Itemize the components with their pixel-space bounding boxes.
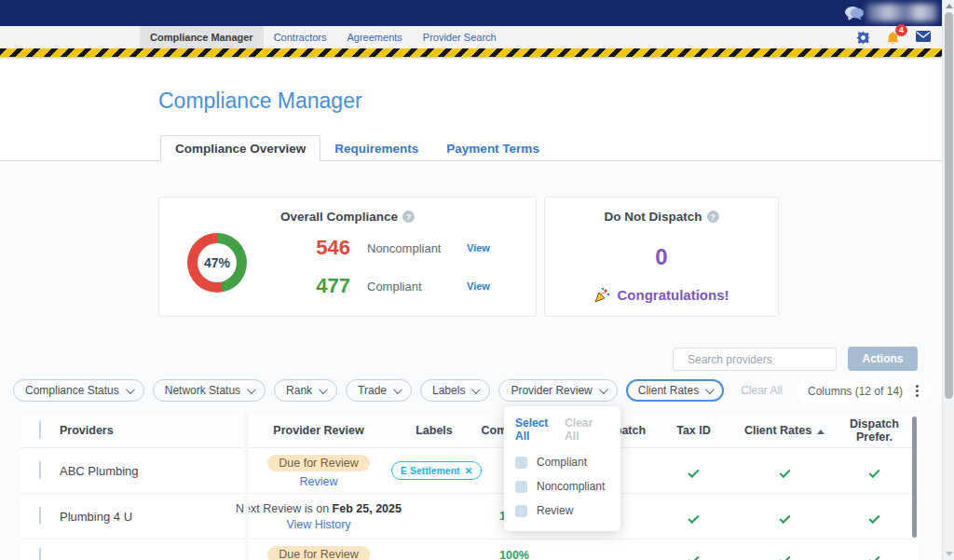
help-icon[interactable]: ? bbox=[402, 211, 415, 223]
page-scrollbar[interactable] bbox=[942, 0, 954, 560]
row-checkbox[interactable] bbox=[39, 461, 41, 479]
clear-all-filters-link[interactable]: Clear All bbox=[741, 384, 783, 397]
actions-button[interactable]: Actions bbox=[848, 347, 918, 371]
due-for-review-badge: Due for Review bbox=[267, 455, 369, 471]
compliance-cell: 100% bbox=[477, 540, 552, 560]
row-checkbox[interactable] bbox=[39, 548, 41, 560]
chevron-down-icon bbox=[393, 385, 402, 394]
providers-table: Providers Provider Review Labels Complia… bbox=[20, 413, 918, 560]
search-providers-input[interactable] bbox=[688, 353, 832, 366]
tab-payment-terms[interactable]: Payment Terms bbox=[432, 135, 553, 161]
check-icon bbox=[868, 467, 879, 478]
col-header-providers[interactable]: Providers bbox=[60, 424, 246, 437]
chat-icon[interactable] bbox=[844, 6, 865, 20]
provider-name[interactable]: ABC Plumbing bbox=[60, 464, 246, 478]
filter-trade[interactable]: Trade bbox=[346, 379, 412, 402]
help-icon[interactable]: ? bbox=[707, 211, 719, 223]
compliant-count: 477 bbox=[299, 274, 350, 298]
col-header-labels[interactable]: Labels bbox=[391, 424, 477, 437]
scroll-up-icon[interactable] bbox=[946, 4, 953, 8]
tab-compliance-overview[interactable]: Compliance Overview bbox=[160, 135, 320, 161]
dropdown-option-noncompliant[interactable]: Noncompliant bbox=[504, 474, 620, 499]
client-rates-cell bbox=[738, 540, 831, 560]
client-rates-cell bbox=[738, 508, 831, 525]
table-scrollbar-thumb[interactable] bbox=[912, 417, 917, 538]
columns-selector[interactable]: Columns (12 of 14) bbox=[797, 379, 932, 403]
columns-label: Columns (12 of 14) bbox=[808, 385, 903, 398]
kebab-menu-icon[interactable] bbox=[916, 389, 919, 392]
noncompliant-label: Noncompliant bbox=[367, 241, 451, 255]
noncompliant-count: 546 bbox=[299, 236, 350, 260]
page-tabs: Compliance Overview Requirements Payment… bbox=[160, 135, 553, 161]
page-scrollbar-thumb[interactable] bbox=[945, 12, 953, 399]
check-icon bbox=[779, 512, 790, 524]
view-history-link[interactable]: View History bbox=[286, 518, 350, 531]
nav-tab-agreements[interactable]: Agreements bbox=[337, 26, 413, 48]
nav-tab-provider-search[interactable]: Provider Search bbox=[413, 26, 507, 48]
chevron-down-icon bbox=[471, 385, 481, 394]
provider-name[interactable] bbox=[60, 540, 246, 549]
sort-ascending-icon[interactable] bbox=[817, 430, 825, 434]
overall-compliance-title: Overall Compliance bbox=[280, 210, 398, 224]
dropdown-clear-all[interactable]: Clear All bbox=[565, 417, 609, 443]
nav-tab-compliance-manager[interactable]: Compliance Manager bbox=[140, 26, 264, 48]
module-nav: Compliance Manager Contractors Agreement… bbox=[0, 26, 954, 48]
filter-provider-review[interactable]: Provider Review bbox=[498, 379, 617, 402]
due-for-review-badge: Due for Review bbox=[267, 546, 369, 560]
row-checkbox[interactable] bbox=[39, 507, 41, 525]
dropdown-option-review[interactable]: Review bbox=[504, 499, 620, 523]
select-all-checkbox[interactable] bbox=[39, 421, 41, 439]
filter-rank[interactable]: Rank bbox=[274, 379, 337, 402]
review-link[interactable]: Review bbox=[300, 475, 338, 488]
check-icon bbox=[688, 512, 699, 524]
noncompliant-stat-row: 546 Noncompliant View bbox=[299, 233, 528, 263]
view-noncompliant-link[interactable]: View bbox=[467, 242, 490, 253]
filter-client-rates[interactable]: Client Rates bbox=[626, 379, 724, 402]
filter-label: Rank bbox=[286, 384, 312, 397]
provider-name[interactable]: Plumbing 4 U bbox=[60, 510, 246, 524]
chevron-down-icon bbox=[247, 385, 256, 394]
next-review-text: Next Review is on bbox=[236, 502, 329, 515]
do-not-dispatch-count: 0 bbox=[545, 244, 778, 270]
tax-id-cell bbox=[649, 508, 738, 525]
checkbox-icon[interactable] bbox=[515, 505, 527, 517]
col-header-client-rates[interactable]: Client Rates bbox=[738, 424, 831, 437]
view-compliant-link[interactable]: View bbox=[467, 280, 490, 292]
notifications-bell-icon[interactable]: 4 bbox=[886, 31, 900, 45]
filter-label: Trade bbox=[358, 384, 387, 397]
filter-compliance-status[interactable]: Compliance Status bbox=[13, 379, 144, 402]
dispatch-prefer-cell bbox=[831, 462, 918, 479]
check-icon bbox=[779, 467, 790, 478]
dropdown-select-all[interactable]: Select All bbox=[515, 417, 565, 443]
col-header-dispatch-prefer[interactable]: Dispatch Prefer. bbox=[831, 417, 918, 444]
table-header-row: Providers Provider Review Labels Complia… bbox=[20, 413, 918, 448]
filter-bar: Compliance Status Network Status Rank Tr… bbox=[13, 379, 783, 402]
filter-label: Provider Review bbox=[511, 384, 592, 397]
col-header-tax-id[interactable]: Tax ID bbox=[649, 424, 738, 437]
notification-count-badge: 4 bbox=[895, 24, 907, 36]
remove-label-icon[interactable]: ✕ bbox=[465, 465, 473, 476]
checkbox-icon[interactable] bbox=[515, 457, 527, 469]
do-not-dispatch-card: Do Not Dispatch ? 0 Congratulations! bbox=[544, 197, 779, 317]
table-row: ABC Plumbing Due for Review Review E Set… bbox=[20, 448, 918, 494]
filter-labels[interactable]: Labels bbox=[420, 379, 490, 402]
tab-requirements[interactable]: Requirements bbox=[320, 135, 432, 161]
donut-percent-label: 47% bbox=[204, 255, 230, 270]
dropdown-option-compliant[interactable]: Compliant bbox=[504, 450, 620, 474]
filter-network-status[interactable]: Network Status bbox=[153, 379, 266, 402]
col-header-label: Client Rates bbox=[744, 424, 811, 437]
provider-search-box bbox=[673, 348, 837, 371]
dispatch-prefer-cell bbox=[831, 508, 918, 525]
messages-envelope-icon[interactable] bbox=[916, 31, 930, 45]
checkbox-icon[interactable] bbox=[515, 481, 527, 493]
chevron-down-icon bbox=[126, 385, 135, 394]
dispatch-prefer-cell bbox=[831, 540, 918, 560]
overall-compliance-card: Overall Compliance ? 47% 546 Noncomplian… bbox=[158, 197, 537, 317]
check-icon bbox=[688, 553, 699, 560]
scroll-down-icon[interactable] bbox=[946, 552, 953, 556]
chevron-down-icon bbox=[599, 385, 608, 394]
label-pill-text: E Settlement bbox=[401, 465, 460, 476]
col-header-provider-review[interactable]: Provider Review bbox=[246, 424, 391, 437]
nav-tab-contractors[interactable]: Contractors bbox=[264, 26, 337, 48]
settings-gear-icon[interactable] bbox=[856, 31, 870, 45]
